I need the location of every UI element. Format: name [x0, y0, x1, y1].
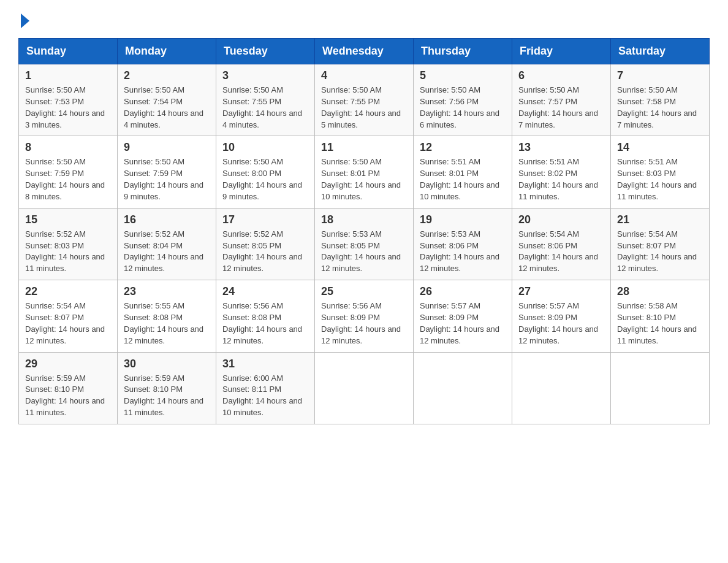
calendar-cell	[315, 352, 414, 424]
calendar-cell	[414, 352, 512, 424]
calendar-week-row: 22Sunrise: 5:54 AMSunset: 8:07 PMDayligh…	[19, 280, 710, 352]
calendar-cell: 27Sunrise: 5:57 AMSunset: 8:09 PMDayligh…	[512, 280, 611, 352]
day-info: Sunrise: 5:50 AMSunset: 7:55 PMDaylight:…	[321, 85, 407, 131]
day-number: 30	[124, 358, 210, 370]
day-info: Sunrise: 5:53 AMSunset: 8:06 PMDaylight:…	[420, 229, 506, 275]
weekday-header-tuesday: Tuesday	[216, 39, 315, 64]
calendar-cell: 20Sunrise: 5:54 AMSunset: 8:06 PMDayligh…	[512, 208, 611, 280]
logo-arrow-icon	[21, 13, 29, 28]
day-info: Sunrise: 5:58 AMSunset: 8:10 PMDaylight:…	[617, 301, 703, 347]
weekday-header-monday: Monday	[118, 39, 216, 64]
calendar-cell: 16Sunrise: 5:52 AMSunset: 8:04 PMDayligh…	[118, 208, 216, 280]
day-info: Sunrise: 5:56 AMSunset: 8:09 PMDaylight:…	[321, 301, 407, 347]
day-info: Sunrise: 5:56 AMSunset: 8:08 PMDaylight:…	[222, 301, 308, 347]
weekday-header-sunday: Sunday	[19, 39, 118, 64]
day-info: Sunrise: 5:50 AMSunset: 7:58 PMDaylight:…	[617, 85, 703, 131]
day-info: Sunrise: 5:52 AMSunset: 8:04 PMDaylight:…	[124, 229, 210, 275]
calendar-cell: 9Sunrise: 5:50 AMSunset: 7:59 PMDaylight…	[118, 136, 216, 208]
calendar-body: 1Sunrise: 5:50 AMSunset: 7:53 PMDaylight…	[19, 64, 710, 424]
day-info: Sunrise: 5:52 AMSunset: 8:03 PMDaylight:…	[25, 229, 111, 275]
day-number: 29	[25, 358, 111, 370]
calendar-cell: 29Sunrise: 5:59 AMSunset: 8:10 PMDayligh…	[19, 352, 118, 424]
calendar-week-row: 29Sunrise: 5:59 AMSunset: 8:10 PMDayligh…	[19, 352, 710, 424]
calendar-week-row: 8Sunrise: 5:50 AMSunset: 7:59 PMDaylight…	[19, 136, 710, 208]
calendar-cell: 21Sunrise: 5:54 AMSunset: 8:07 PMDayligh…	[611, 208, 710, 280]
calendar-cell: 31Sunrise: 6:00 AMSunset: 8:11 PMDayligh…	[216, 352, 315, 424]
weekday-header-row: SundayMondayTuesdayWednesdayThursdayFrid…	[19, 39, 710, 64]
day-info: Sunrise: 5:50 AMSunset: 7:57 PMDaylight:…	[518, 85, 604, 131]
weekday-header-thursday: Thursday	[414, 39, 512, 64]
day-number: 3	[222, 69, 308, 82]
calendar-cell: 8Sunrise: 5:50 AMSunset: 7:59 PMDaylight…	[19, 136, 118, 208]
day-info: Sunrise: 5:50 AMSunset: 7:53 PMDaylight:…	[25, 85, 111, 131]
day-info: Sunrise: 5:59 AMSunset: 8:10 PMDaylight:…	[25, 373, 111, 419]
calendar-week-row: 15Sunrise: 5:52 AMSunset: 8:03 PMDayligh…	[19, 208, 710, 280]
day-number: 6	[518, 69, 604, 82]
day-number: 28	[617, 285, 703, 298]
logo	[18, 12, 29, 26]
calendar-cell: 19Sunrise: 5:53 AMSunset: 8:06 PMDayligh…	[414, 208, 512, 280]
day-info: Sunrise: 5:57 AMSunset: 8:09 PMDaylight:…	[518, 301, 604, 347]
calendar-cell: 18Sunrise: 5:53 AMSunset: 8:05 PMDayligh…	[315, 208, 414, 280]
day-number: 5	[420, 69, 506, 82]
day-number: 20	[518, 213, 604, 226]
day-number: 26	[420, 285, 506, 298]
day-info: Sunrise: 5:52 AMSunset: 8:05 PMDaylight:…	[222, 229, 308, 275]
day-number: 1	[25, 69, 111, 82]
day-info: Sunrise: 5:53 AMSunset: 8:05 PMDaylight:…	[321, 229, 407, 275]
day-info: Sunrise: 5:57 AMSunset: 8:09 PMDaylight:…	[420, 301, 506, 347]
calendar-cell: 30Sunrise: 5:59 AMSunset: 8:10 PMDayligh…	[118, 352, 216, 424]
day-info: Sunrise: 5:54 AMSunset: 8:07 PMDaylight:…	[617, 229, 703, 275]
day-number: 19	[420, 213, 506, 226]
calendar-cell: 7Sunrise: 5:50 AMSunset: 7:58 PMDaylight…	[611, 64, 710, 136]
day-info: Sunrise: 5:50 AMSunset: 7:59 PMDaylight:…	[124, 156, 210, 202]
day-number: 31	[222, 358, 308, 370]
calendar-cell: 6Sunrise: 5:50 AMSunset: 7:57 PMDaylight…	[512, 64, 611, 136]
day-info: Sunrise: 5:50 AMSunset: 7:56 PMDaylight:…	[420, 85, 506, 131]
day-info: Sunrise: 5:55 AMSunset: 8:08 PMDaylight:…	[124, 301, 210, 347]
calendar-table: SundayMondayTuesdayWednesdayThursdayFrid…	[18, 38, 710, 424]
day-number: 18	[321, 213, 407, 226]
calendar-cell: 14Sunrise: 5:51 AMSunset: 8:03 PMDayligh…	[611, 136, 710, 208]
day-info: Sunrise: 5:51 AMSunset: 8:02 PMDaylight:…	[518, 156, 604, 202]
calendar-cell: 2Sunrise: 5:50 AMSunset: 7:54 PMDaylight…	[118, 64, 216, 136]
day-number: 12	[420, 141, 506, 154]
calendar-cell: 11Sunrise: 5:50 AMSunset: 8:01 PMDayligh…	[315, 136, 414, 208]
day-info: Sunrise: 5:50 AMSunset: 7:59 PMDaylight:…	[25, 156, 111, 202]
day-number: 10	[222, 141, 308, 154]
calendar-cell: 24Sunrise: 5:56 AMSunset: 8:08 PMDayligh…	[216, 280, 315, 352]
calendar-cell: 12Sunrise: 5:51 AMSunset: 8:01 PMDayligh…	[414, 136, 512, 208]
weekday-header-saturday: Saturday	[611, 39, 710, 64]
calendar-cell: 28Sunrise: 5:58 AMSunset: 8:10 PMDayligh…	[611, 280, 710, 352]
day-info: Sunrise: 5:50 AMSunset: 8:01 PMDaylight:…	[321, 156, 407, 202]
day-info: Sunrise: 6:00 AMSunset: 8:11 PMDaylight:…	[222, 373, 308, 419]
calendar-header: SundayMondayTuesdayWednesdayThursdayFrid…	[19, 39, 710, 64]
day-number: 16	[124, 213, 210, 226]
calendar-week-row: 1Sunrise: 5:50 AMSunset: 7:53 PMDaylight…	[19, 64, 710, 136]
calendar-cell: 15Sunrise: 5:52 AMSunset: 8:03 PMDayligh…	[19, 208, 118, 280]
day-number: 14	[617, 141, 703, 154]
day-number: 25	[321, 285, 407, 298]
day-number: 2	[124, 69, 210, 82]
day-info: Sunrise: 5:50 AMSunset: 8:00 PMDaylight:…	[222, 156, 308, 202]
day-number: 4	[321, 69, 407, 82]
calendar-cell: 26Sunrise: 5:57 AMSunset: 8:09 PMDayligh…	[414, 280, 512, 352]
day-number: 7	[617, 69, 703, 82]
calendar-cell: 23Sunrise: 5:55 AMSunset: 8:08 PMDayligh…	[118, 280, 216, 352]
day-info: Sunrise: 5:50 AMSunset: 7:55 PMDaylight:…	[222, 85, 308, 131]
day-number: 11	[321, 141, 407, 154]
day-info: Sunrise: 5:51 AMSunset: 8:03 PMDaylight:…	[617, 156, 703, 202]
calendar-cell: 5Sunrise: 5:50 AMSunset: 7:56 PMDaylight…	[414, 64, 512, 136]
day-info: Sunrise: 5:54 AMSunset: 8:06 PMDaylight:…	[518, 229, 604, 275]
page-header	[18, 12, 710, 26]
weekday-header-friday: Friday	[512, 39, 611, 64]
day-info: Sunrise: 5:51 AMSunset: 8:01 PMDaylight:…	[420, 156, 506, 202]
calendar-cell: 25Sunrise: 5:56 AMSunset: 8:09 PMDayligh…	[315, 280, 414, 352]
calendar-cell: 22Sunrise: 5:54 AMSunset: 8:07 PMDayligh…	[19, 280, 118, 352]
calendar-cell: 1Sunrise: 5:50 AMSunset: 7:53 PMDaylight…	[19, 64, 118, 136]
day-number: 13	[518, 141, 604, 154]
day-info: Sunrise: 5:59 AMSunset: 8:10 PMDaylight:…	[124, 373, 210, 419]
day-number: 17	[222, 213, 308, 226]
day-number: 9	[124, 141, 210, 154]
calendar-cell	[611, 352, 710, 424]
